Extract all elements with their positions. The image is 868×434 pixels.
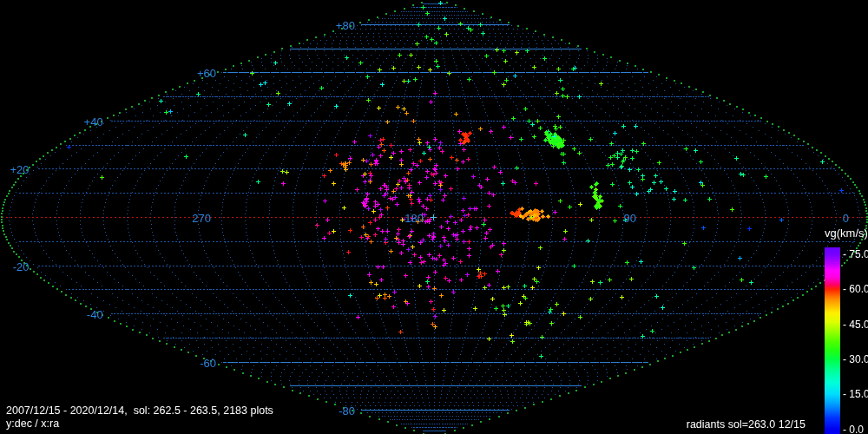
footer-axes-note: y:dec / x:ra <box>6 418 59 430</box>
colorbar-tick: - 60.0 <box>843 283 868 295</box>
colorbar-tick: - 75.0 <box>843 248 868 260</box>
dec-label: -40 <box>87 309 103 320</box>
dec-label: -20 <box>13 260 30 272</box>
dec-label: +80 <box>336 19 355 30</box>
ra-label: 180 <box>404 213 424 224</box>
colorbar-tick: - 0.0 <box>843 424 864 434</box>
ra-label: 0 <box>843 213 849 224</box>
dec-label: +20 <box>10 164 30 175</box>
dec-label: +40 <box>84 115 103 127</box>
colorbar-tick: - 30.0 <box>843 353 868 365</box>
footer-sol-note: radiants sol=263.0 12/15 <box>687 418 806 431</box>
colorbar-title: vg(km/s) <box>825 227 868 240</box>
footer-date-range: 2007/12/15 - 2020/12/14, sol: 262.5 - 26… <box>6 404 273 417</box>
radiant-map-screen: +80+60+40+20-20-40-60-80270180900 vg(km/… <box>0 0 868 434</box>
colorbar-gradient <box>825 247 840 434</box>
dec-label: -60 <box>200 357 216 368</box>
colorbar-tick: - 45.0 <box>843 319 868 331</box>
radiant-map-canvas <box>0 0 868 434</box>
dec-label: -80 <box>339 405 355 417</box>
ra-label: 90 <box>624 213 636 224</box>
ra-label: 270 <box>192 213 211 224</box>
colorbar-tick: - 15.0 <box>843 388 868 400</box>
dec-label: +60 <box>197 68 216 79</box>
